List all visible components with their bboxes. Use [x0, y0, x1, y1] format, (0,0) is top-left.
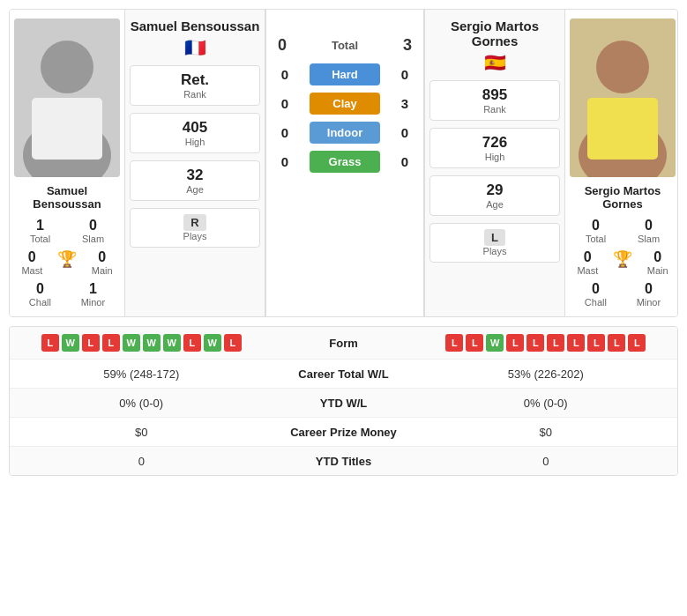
player1-slam-label: Slam [82, 234, 104, 244]
player1-middle-stats: Samuel Bensoussan 🇫🇷 Ret. Rank 405 High … [124, 10, 265, 316]
total-left-score: 0 [278, 36, 287, 55]
total-row: 0 Total 3 [271, 36, 419, 55]
form-badge-w: W [123, 334, 140, 352]
player1-mast-item: 0 Mast [21, 249, 42, 276]
form-badge-w: W [486, 334, 504, 352]
player1-minor-value: 1 [89, 281, 97, 297]
player2-total-value: 0 [592, 218, 600, 234]
player2-avatar [570, 19, 676, 177]
player1-ytd-wl-value: 0% (0-0) [119, 397, 163, 410]
player2-mast-label: Mast [577, 265, 598, 276]
player1-mast-main: 0 Mast 🏆 0 Main [14, 249, 120, 276]
player2-total-slam: 0 Total 0 Slam [570, 218, 676, 244]
player1-age-box: 32 Age [130, 160, 260, 201]
player2-rank-label: Rank [483, 104, 506, 115]
player1-high-box: 405 High [130, 113, 260, 153]
player2-ytd-wl: 0% (0-0) [423, 396, 669, 410]
clay-right-score: 3 [394, 96, 415, 111]
player1-chall-value: 0 [36, 281, 44, 297]
player1-chall-minor: 0 Chall 1 Minor [14, 281, 120, 308]
player1-plays-value: R [183, 214, 205, 231]
career-wl-row: 59% (248-172) Career Total W/L 53% (226-… [10, 360, 677, 389]
player2-chall-minor: 0 Chall 0 Minor [570, 281, 676, 308]
form-badge-l: L [608, 334, 625, 352]
player2-mast-value: 0 [584, 249, 592, 265]
form-badge-w: W [204, 334, 221, 352]
player2-main-item: 0 Main [647, 249, 668, 276]
player1-age-value: 32 [187, 167, 204, 184]
center-scores: 0 Total 3 0 Hard 0 0 Clay 3 0 Indoor 0 0 [265, 10, 424, 316]
player1-total-value: 1 [36, 218, 44, 234]
svg-point-1 [41, 41, 93, 93]
player2-plays-label: Plays [483, 246, 507, 256]
stats-section: LWLLWWWLWL Form LLWLLLLLLL 59% (248-172)… [9, 326, 678, 476]
form-badge-l: L [102, 334, 120, 352]
player1-slam-value: 0 [89, 218, 97, 234]
player2-slam-label: Slam [638, 234, 660, 244]
player2-career-wl-value: 53% (226-202) [508, 367, 584, 381]
ytd-wl-label: YTD W/L [265, 397, 423, 410]
player2-titles: 0 [423, 454, 669, 468]
player1-high-label: High [185, 137, 205, 147]
player1-chall-label: Chall [29, 297, 51, 308]
players-comparison: Samuel Bensoussan 1 Total 0 Slam 0 [9, 9, 678, 317]
player2-plays-value: L [484, 229, 505, 246]
player2-prize-value: $0 [540, 426, 552, 439]
player2-stats: 0 Total 0 Slam 0 Mast 🏆 0 [570, 218, 676, 308]
player2-main-value: 0 [653, 249, 661, 265]
player1-ytd-wl: 0% (0-0) [19, 396, 265, 410]
player2-ytd-wl-value: 0% (0-0) [524, 397, 568, 410]
clay-left-score: 0 [274, 96, 295, 111]
svg-point-5 [596, 41, 649, 93]
form-badge-l: L [526, 334, 544, 352]
player2-main-label: Main [647, 265, 668, 276]
player1-total-slam: 1 Total 0 Slam [14, 218, 120, 244]
player1-career-wl-value: 59% (248-172) [103, 367, 179, 381]
hard-badge: Hard [310, 63, 380, 85]
total-right-score: 3 [403, 36, 412, 55]
form-badge-l: L [506, 334, 524, 352]
player2-age-box: 29 Age [429, 175, 560, 216]
player1-main-value: 0 [98, 249, 106, 265]
clay-row: 0 Clay 3 [271, 93, 419, 115]
player2-titles-value: 0 [542, 455, 549, 468]
player1-prize-value: $0 [135, 426, 147, 439]
player2-trophy-icon: 🏆 [613, 249, 632, 276]
form-badge-l: L [466, 334, 483, 352]
indoor-badge: Indoor [310, 122, 380, 144]
player2-high-value: 726 [482, 134, 507, 152]
player1-flag: 🇫🇷 [184, 37, 206, 58]
player1-form-badges: LWLLWWWLWL [19, 334, 265, 352]
player2-header-name: Sergio Martos Gornes [429, 19, 560, 48]
prize-label: Career Prize Money [265, 426, 423, 439]
player1-mast-label: Mast [21, 265, 42, 276]
player2-age-value: 29 [487, 182, 504, 199]
player1-total-label: Total [30, 234, 50, 244]
player2-high-box: 726 High [429, 128, 560, 168]
player1-rank-label: Rank [183, 89, 206, 100]
player2-flag: 🇪🇸 [484, 52, 506, 73]
titles-label: YTD Titles [265, 455, 423, 468]
svg-rect-3 [32, 98, 102, 160]
player2-mast-item: 0 Mast [577, 249, 598, 276]
titles-row: 0 YTD Titles 0 [10, 447, 677, 475]
player2-card: Sergio Martos Gornes 0 Total 0 Slam 0 M [565, 10, 678, 316]
indoor-row: 0 Indoor 0 [271, 122, 419, 144]
player1-rank-value: Ret. [181, 71, 209, 89]
player2-minor-value: 0 [645, 281, 653, 297]
player1-avatar [14, 19, 120, 177]
player1-minor-item: 1 Minor [81, 281, 106, 308]
clay-badge: Clay [310, 93, 380, 115]
player2-middle-stats: Sergio Martos Gornes 🇪🇸 895 Rank 726 Hig… [424, 10, 565, 316]
player1-header-name: Samuel Bensoussan [131, 19, 260, 33]
form-badge-l: L [445, 334, 463, 352]
player2-high-label: High [485, 152, 505, 162]
indoor-left-score: 0 [274, 125, 295, 140]
player1-mast-value: 0 [28, 249, 36, 265]
player1-total-item: 1 Total [30, 218, 50, 244]
form-row: LWLLWWWLWL Form LLWLLLLLLL [10, 327, 677, 360]
player2-slam-item: 0 Slam [638, 218, 660, 244]
player1-main-item: 0 Main [92, 249, 113, 276]
player2-mast-main: 0 Mast 🏆 0 Main [570, 249, 676, 276]
player2-plays-box: L Plays [429, 223, 560, 263]
